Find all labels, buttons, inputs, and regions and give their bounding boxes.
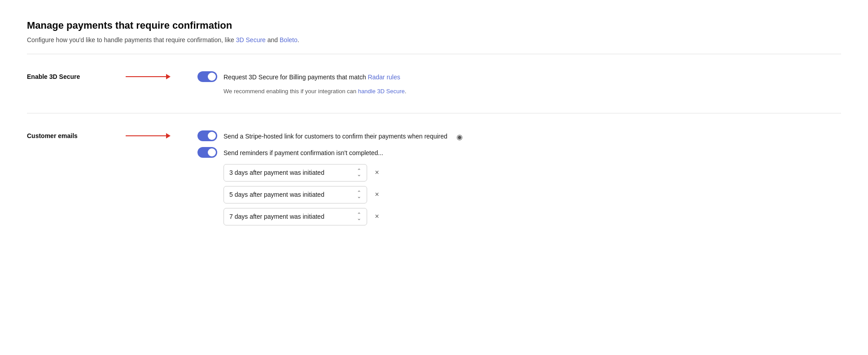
reminder-value-3: 7 days after payment was initiated	[229, 212, 352, 221]
section-label-3d-secure: Enable 3D Secure	[27, 71, 126, 82]
toggle-stripe-hosted[interactable]	[197, 130, 217, 141]
arrow-indicator-customer-emails	[126, 130, 197, 139]
toggle-3d-secure-slider	[197, 71, 217, 82]
spinner-icon-3: ⌃⌄	[357, 213, 361, 221]
section-label-customer-emails: Customer emails	[27, 130, 126, 141]
reminder-row-1: 3 days after payment was initiated ⌃⌄ ×	[224, 164, 841, 182]
reminder-dropdowns: 3 days after payment was initiated ⌃⌄ × …	[224, 164, 841, 225]
row-text-reminders: Send reminders if payment confirmation i…	[224, 147, 383, 158]
reminder-value-1: 3 days after payment was initiated	[229, 168, 352, 178]
arrow-indicator-3d-secure	[126, 71, 197, 79]
section-enable-3d-secure: Enable 3D Secure Request 3D Secure for B…	[27, 59, 841, 108]
arrow-line	[126, 76, 166, 77]
boleto-link[interactable]: Boleto	[280, 36, 298, 43]
section-content-customer-emails: Send a Stripe-hosted link for customers …	[197, 130, 841, 225]
remove-reminder-3[interactable]: ×	[373, 212, 381, 221]
toggle-stripe-hosted-slider	[197, 130, 217, 141]
section-customer-emails: Customer emails Send a Stripe-hosted lin…	[27, 118, 841, 238]
spinner-icon-1: ⌃⌄	[357, 169, 361, 177]
row-3d-secure-toggle: Request 3D Secure for Billing payments t…	[197, 71, 841, 82]
reminder-value-2: 5 days after payment was initiated	[229, 190, 352, 199]
arrow-head	[166, 74, 171, 79]
reminder-select-1[interactable]: 3 days after payment was initiated ⌃⌄	[224, 164, 367, 182]
row-text-3d-secure: Request 3D Secure for Billing payments t…	[224, 71, 400, 82]
toggle-reminders-slider	[197, 147, 217, 158]
divider-top	[27, 54, 841, 54]
arrow-customer-emails	[126, 133, 171, 139]
subtitle-between: and	[266, 36, 280, 43]
reminder-select-2[interactable]: 5 days after payment was initiated ⌃⌄	[224, 186, 367, 203]
reminder-select-3[interactable]: 7 days after payment was initiated ⌃⌄	[224, 208, 367, 225]
handle-3d-secure-link[interactable]: handle 3D Secure	[358, 88, 405, 95]
row-text-stripe-hosted: Send a Stripe-hosted link for customers …	[224, 130, 447, 141]
subtitle-text-before: Configure how you'd like to handle payme…	[27, 36, 236, 43]
page-title: Manage payments that require confirmatio…	[27, 18, 841, 33]
toggle-3d-secure[interactable]	[197, 71, 217, 82]
spinner-icon-2: ⌃⌄	[357, 191, 361, 199]
arrow-line-2	[126, 135, 166, 136]
remove-reminder-1[interactable]: ×	[373, 168, 381, 177]
eye-icon[interactable]: ◉	[456, 130, 463, 143]
arrow-3d-secure	[126, 74, 171, 79]
reminder-row-2: 5 days after payment was initiated ⌃⌄ ×	[224, 186, 841, 203]
radar-rules-link[interactable]: Radar rules	[368, 74, 400, 81]
row-stripe-hosted-link: Send a Stripe-hosted link for customers …	[197, 130, 841, 143]
page-subtitle: Configure how you'd like to handle payme…	[27, 35, 841, 45]
subtitle-after: .	[298, 36, 299, 43]
toggle-reminders[interactable]	[197, 147, 217, 158]
remove-reminder-2[interactable]: ×	[373, 190, 381, 199]
section-content-3d-secure: Request 3D Secure for Billing payments t…	[197, 71, 841, 96]
row-send-reminders: Send reminders if payment confirmation i…	[197, 147, 841, 158]
reminder-row-3: 7 days after payment was initiated ⌃⌄ ×	[224, 208, 841, 225]
arrow-head-2	[166, 133, 171, 139]
divider-middle	[27, 113, 841, 113]
row-subtext-3d-secure: We recommend enabling this if your integ…	[197, 87, 841, 96]
3d-secure-link[interactable]: 3D Secure	[236, 36, 266, 43]
